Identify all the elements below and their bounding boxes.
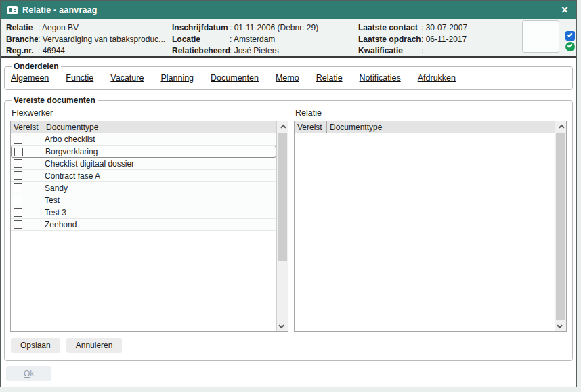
vereist-checkbox[interactable] <box>14 183 22 192</box>
flexwerker-list-header: Vereist Documenttype <box>11 121 276 133</box>
field-value: : <box>421 46 423 56</box>
table-row[interactable]: Checklist digitaal dossier <box>11 158 276 170</box>
field-value: : 01-11-2006 (Debnr: 29) <box>230 23 318 33</box>
tab-functie[interactable]: Functie <box>66 73 93 83</box>
documenttype-cell: Borgverklaring <box>45 147 98 156</box>
scroll-up-icon[interactable] <box>555 121 566 133</box>
table-row[interactable]: Arbo checklist <box>11 133 276 146</box>
contact-card-icon <box>7 6 18 14</box>
vereist-checkbox[interactable] <box>14 220 22 229</box>
green-check-icon[interactable] <box>565 42 575 51</box>
tab-notificaties[interactable]: Notificaties <box>360 73 401 83</box>
field-label: Laatste contact <box>358 23 421 33</box>
documenttype-cell: Test 3 <box>45 208 66 217</box>
documenttype-cell: Arbo checklist <box>45 135 95 144</box>
flexwerker-panel: Flexwerker Vereist Documenttype Arbo che <box>10 106 288 332</box>
field-label: Relatie <box>6 23 38 33</box>
field-locatie: Locatie : Amsterdam <box>172 35 358 45</box>
field-kwalificatie: Kwalificatie : <box>358 46 521 56</box>
relatie-listbox: Vereist Documenttype <box>294 121 567 332</box>
flexwerker-rows: Arbo checklist Borgverklaring <box>11 133 276 231</box>
column-header-documenttype: Documenttype <box>327 123 382 132</box>
field-laatste-opdracht: Laatste opdrach : 06-11-2017 <box>358 35 521 45</box>
field-inschrijfdatum: Inschrijfdatum : 01-11-2006 (Debnr: 29) <box>172 23 358 33</box>
field-value: : Vervaardiging van tabaksproduc... <box>38 35 165 45</box>
table-row[interactable]: Contract fase A <box>11 170 276 182</box>
field-label: Reg.nr. <box>6 46 38 56</box>
tab-documenten[interactable]: Documenten <box>211 73 259 83</box>
ok-button[interactable]: Ok <box>6 366 51 381</box>
vereist-checkbox[interactable] <box>14 135 22 144</box>
window-title: Relatie - aanvraag <box>22 5 98 15</box>
vereist-checkbox[interactable] <box>14 159 22 168</box>
title-bar: Relatie - aanvraag × <box>1 1 576 19</box>
documenttype-cell: Sandy <box>45 183 68 193</box>
documenttype-cell: Zeehond <box>45 220 77 230</box>
vereist-checkbox[interactable] <box>14 171 22 180</box>
field-label: Laatste opdrach <box>358 35 421 45</box>
tab-vacature[interactable]: Vacature <box>110 73 144 83</box>
tab-algemeen[interactable]: Algemeen <box>11 73 49 83</box>
field-value: : Aegon BV <box>38 23 79 33</box>
flexwerker-listbox: Vereist Documenttype Arbo checklist <box>10 121 288 332</box>
field-value: : Amsterdam <box>230 35 275 45</box>
onderdelen-legend: Onderdelen <box>12 62 61 71</box>
field-value: : 46944 <box>38 46 65 56</box>
photo-placeholder <box>522 20 559 53</box>
column-header-vereist: Vereist <box>295 121 327 133</box>
scroll-down-icon[interactable] <box>555 320 566 331</box>
relatie-scrollbar[interactable] <box>555 121 566 331</box>
relatie-caption: Relatie <box>295 108 567 118</box>
table-row[interactable]: Sandy <box>11 182 276 194</box>
opslaan-button[interactable]: Opslaan <box>11 338 60 353</box>
relatie-aanvraag-dialog: Relatie - aanvraag × Relatie : Aegon BV … <box>0 0 577 387</box>
field-laatste-contact: Laatste contact : 30-07-2007 <box>358 23 521 33</box>
scroll-up-icon[interactable] <box>277 121 288 133</box>
tab-afdrukken[interactable]: Afdrukken <box>418 73 456 83</box>
tab-memo[interactable]: Memo <box>276 73 299 83</box>
field-regnr: Reg.nr. : 46944 <box>6 46 172 56</box>
scrollbar-thumb[interactable] <box>556 133 565 320</box>
close-icon[interactable]: × <box>560 4 569 16</box>
field-label: Kwalificatie <box>358 46 421 56</box>
field-value: : José Pieters <box>230 46 279 56</box>
field-label: Branche <box>6 35 38 45</box>
documenttype-cell: Checklist digitaal dossier <box>45 159 134 169</box>
field-value: : 06-11-2017 <box>421 35 467 45</box>
vereist-checkbox[interactable] <box>14 196 22 204</box>
flexwerker-caption: Flexwerker <box>12 108 288 118</box>
flexwerker-scrollbar[interactable] <box>276 121 288 331</box>
section-tabs: Algemeen Functie Vacature Planning Docum… <box>10 72 567 85</box>
field-label: Relatiebeheerde <box>172 46 230 56</box>
relatie-list-header: Vereist Documenttype <box>295 121 555 133</box>
table-row[interactable]: Zeehond <box>11 219 276 231</box>
documenttype-cell: Test <box>45 196 60 205</box>
relatie-panel: Relatie Vereist Documenttype <box>294 106 567 332</box>
relation-info-header: Relatie : Aegon BV Branche : Vervaardigi… <box>1 19 576 58</box>
tab-relatie[interactable]: Relatie <box>316 73 343 83</box>
field-relatie: Relatie : Aegon BV <box>6 23 172 33</box>
tab-planning[interactable]: Planning <box>160 73 194 83</box>
field-value: : 30-07-2007 <box>421 23 467 33</box>
documenttype-cell: Contract fase A <box>45 171 100 181</box>
scroll-down-icon[interactable] <box>277 320 288 331</box>
annuleren-button[interactable]: Annuleren <box>66 338 123 353</box>
column-header-documenttype: Documenttype <box>43 123 98 132</box>
blue-check-icon[interactable] <box>565 31 575 41</box>
field-label: Locatie <box>172 35 230 45</box>
field-relatiebeheerder: Relatiebeheerde : José Pieters <box>172 46 358 56</box>
vereist-checkbox[interactable] <box>14 208 22 217</box>
onderdelen-group: Onderdelen Algemeen Functie Vacature Pla… <box>4 62 573 90</box>
vereiste-documenten-legend: Vereiste documenten <box>12 95 98 105</box>
table-row[interactable]: Test 3 <box>11 206 276 219</box>
scrollbar-thumb[interactable] <box>278 133 287 261</box>
field-label: Inschrijfdatum <box>172 23 230 33</box>
table-row[interactable]: Test <box>11 194 276 206</box>
field-branche: Branche : Vervaardiging van tabaksproduc… <box>6 35 172 45</box>
column-header-vereist: Vereist <box>11 121 43 133</box>
vereiste-documenten-group: Vereiste documenten Flexwerker Vereist D… <box>4 95 573 361</box>
vereist-checkbox[interactable] <box>14 148 23 156</box>
table-row[interactable]: Borgverklaring <box>11 146 276 158</box>
